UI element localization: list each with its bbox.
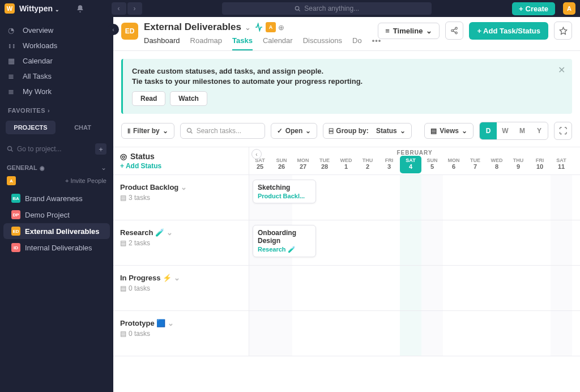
- card-title: Sketching: [258, 184, 311, 191]
- chevron-down-icon: ⌄: [54, 7, 60, 12]
- banner-text: Create custom statuses, add tasks, and a…: [132, 67, 563, 75]
- views-button[interactable]: ▤ Views ⌄: [424, 123, 474, 139]
- chevron-down-icon: ⌄: [168, 319, 174, 327]
- status-name[interactable]: In Progress ⚡ ⌄: [120, 274, 242, 282]
- project-title[interactable]: External Deliverables: [144, 22, 241, 33]
- sidebar-project-brand-awareness[interactable]: BA Brand Awareness: [3, 190, 110, 206]
- global-search[interactable]: Search anything...: [222, 2, 432, 15]
- workspace-logo: W: [5, 3, 15, 14]
- status-row: Product Backlog ⌄▤ 3 tasksSketchingProdu…: [113, 175, 580, 220]
- zoom-month[interactable]: M: [514, 122, 531, 139]
- day-cell[interactable]: SAT25: [249, 156, 271, 173]
- zoom-year[interactable]: Y: [531, 122, 548, 139]
- day-cell[interactable]: THU9: [508, 156, 529, 173]
- activity-icon[interactable]: [254, 23, 263, 32]
- svg-point-3: [451, 29, 454, 32]
- nav-my-work[interactable]: ≣My Work: [0, 84, 113, 99]
- nav-forward-button[interactable]: ›: [127, 2, 142, 15]
- nav-overview[interactable]: ◔Overview: [0, 23, 113, 38]
- search-icon: [7, 146, 14, 152]
- nav-workloads[interactable]: ⫾⫾Workloads: [0, 38, 113, 53]
- card-status: Research 🧪: [258, 246, 311, 253]
- day-cell[interactable]: MON6: [443, 156, 464, 173]
- tab-chat[interactable]: CHAT: [58, 121, 108, 134]
- tab-projects[interactable]: PROJECTS: [6, 121, 56, 134]
- nav-calendar[interactable]: ▦Calendar: [0, 53, 113, 69]
- timeline-prev-button[interactable]: ‹: [251, 149, 262, 159]
- bell-icon[interactable]: [76, 5, 84, 13]
- status-name[interactable]: Research 🧪 ⌄: [120, 228, 242, 237]
- day-cell[interactable]: SUN26: [271, 156, 292, 173]
- add-task-button[interactable]: + Add Task/Status: [469, 22, 548, 40]
- nav-back-button[interactable]: ‹: [112, 2, 126, 15]
- zoom-day[interactable]: D: [480, 122, 497, 139]
- read-button[interactable]: Read: [132, 91, 165, 106]
- add-status-button[interactable]: + Add Status: [120, 162, 242, 170]
- task-search[interactable]: Search tasks...: [180, 123, 265, 139]
- filter-button[interactable]: ⫴ Filter by ⌄: [121, 123, 174, 139]
- day-cell[interactable]: SAT11: [551, 156, 572, 173]
- chevron-down-icon[interactable]: ⌄: [245, 23, 251, 32]
- user-avatar[interactable]: A: [563, 2, 575, 15]
- subtab-dashboard[interactable]: Dashboard: [144, 36, 180, 50]
- day-cell[interactable]: SUN5: [421, 156, 443, 173]
- project-logo: ED: [121, 23, 138, 40]
- view-switcher[interactable]: ≡ Timeline ⌄: [378, 23, 440, 39]
- favorites-section[interactable]: FAVORITES›: [0, 99, 113, 117]
- sidebar-project-internal[interactable]: ID Internal Deliverables: [3, 240, 110, 255]
- subtab-discussions[interactable]: Discussions: [303, 36, 342, 50]
- svg-point-1: [8, 147, 12, 151]
- task-count: ▤ 0 tasks: [120, 330, 242, 338]
- general-section[interactable]: GENERAL ◉: [7, 164, 45, 171]
- status-name[interactable]: Product Backlog ⌄: [120, 183, 242, 191]
- share-button[interactable]: [445, 22, 463, 40]
- day-cell[interactable]: WED8: [486, 156, 508, 173]
- subtab-calendar[interactable]: Calendar: [263, 36, 293, 50]
- timeline-icon: ≡: [385, 27, 390, 35]
- add-project-button[interactable]: +: [95, 143, 106, 155]
- subtab-docs[interactable]: Do: [352, 36, 362, 50]
- task-icon: ▤: [120, 330, 126, 338]
- svg-point-5: [187, 129, 191, 133]
- zoom-switcher: D W M Y: [479, 122, 548, 140]
- banner-text: Tie tasks to your milestones to automate…: [132, 77, 563, 86]
- sidebar-project-demo[interactable]: DP Demo Project: [3, 207, 110, 223]
- day-cell[interactable]: WED1: [335, 156, 357, 173]
- day-cell[interactable]: FRI10: [529, 156, 551, 173]
- add-member-icon[interactable]: ⊕: [278, 23, 284, 32]
- day-cell[interactable]: TUE28: [314, 156, 335, 173]
- create-button[interactable]: + Create: [512, 2, 555, 15]
- status-row: Prototype 🟦 ⌄▤ 0 tasks: [113, 311, 580, 356]
- subtab-tasks[interactable]: Tasks: [232, 36, 253, 50]
- subtab-roadmap[interactable]: Roadmap: [190, 36, 222, 50]
- status-name[interactable]: Prototype 🟦 ⌄: [120, 319, 242, 327]
- group-icon: ⌸: [329, 127, 333, 135]
- task-card[interactable]: SketchingProduct Backl...: [253, 180, 316, 203]
- chevron-down-icon[interactable]: ⌄: [101, 164, 106, 172]
- day-cell[interactable]: MON27: [292, 156, 314, 173]
- task-icon: ▤: [120, 239, 126, 247]
- project-search[interactable]: Go to project...: [17, 145, 95, 153]
- chevron-down-icon: ⌄: [167, 228, 173, 237]
- star-button[interactable]: [554, 22, 572, 40]
- nav-all-tasks[interactable]: ≣All Tasks: [0, 69, 113, 84]
- workspace-switcher[interactable]: Wittypen ⌄: [19, 4, 60, 13]
- watch-button[interactable]: Watch: [170, 91, 207, 106]
- invite-people-button[interactable]: + Invite People: [65, 177, 106, 184]
- day-cell[interactable]: THU2: [357, 156, 378, 173]
- filter-icon: ⫴: [127, 127, 130, 135]
- member-avatar[interactable]: A: [266, 22, 276, 32]
- group-by-button[interactable]: ⌸ Group by: Status ⌄: [323, 123, 411, 139]
- day-cell[interactable]: SAT4: [400, 156, 421, 173]
- fullscreen-button[interactable]: ⛶: [554, 122, 572, 140]
- zoom-week[interactable]: W: [497, 122, 514, 139]
- sidebar-project-external[interactable]: ED External Deliverables: [3, 223, 110, 239]
- close-icon[interactable]: ✕: [558, 65, 565, 75]
- day-cell[interactable]: TUE7: [464, 156, 486, 173]
- task-card[interactable]: Onboarding DesignResearch 🧪: [253, 225, 316, 257]
- day-cell[interactable]: FRI3: [378, 156, 400, 173]
- calendar-icon: ▦: [8, 57, 17, 65]
- open-filter[interactable]: ✓ Open ⌄: [271, 123, 318, 139]
- status-row: Research 🧪 ⌄▤ 2 tasksOnboarding DesignRe…: [113, 220, 580, 266]
- search-icon: [295, 6, 301, 12]
